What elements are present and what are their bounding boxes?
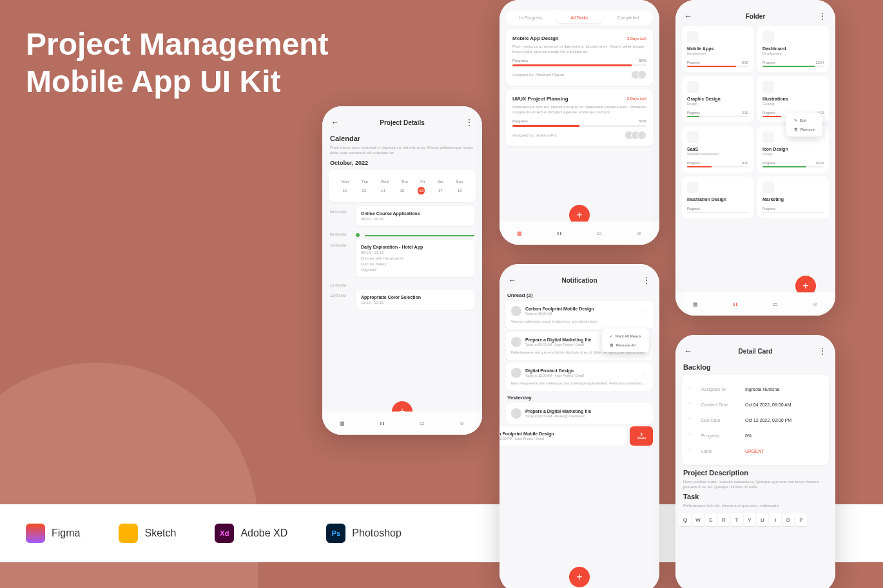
detail-row: ○Assigned ToIngredia Nutrisha: [688, 381, 822, 397]
progress-fill: [512, 64, 632, 66]
phone-notifications: ←Notification⋮ Unread (2) Carbon Footpri…: [500, 264, 659, 588]
folder-icon: [687, 81, 699, 93]
dates-row: 12131415161718: [335, 187, 469, 194]
notif-item[interactable]: Carbon Footprint Mobile DesignToday at 0…: [506, 301, 653, 329]
tab-all[interactable]: All Tasks: [556, 12, 602, 23]
detail-row: ○Due DateOct 12 2022, 02:00 PM: [688, 412, 822, 428]
more-icon[interactable]: ⋮: [819, 12, 826, 21]
app-sketch: Sketch: [119, 524, 176, 543]
key[interactable]: T: [731, 513, 742, 526]
keyboard: QWERTYUIOP: [675, 511, 835, 529]
active-date[interactable]: 16: [418, 187, 425, 194]
header: ← Project Details ⋮: [322, 113, 482, 132]
folder-card[interactable]: MarketingProgress: [757, 176, 829, 218]
figma-icon: [26, 524, 45, 543]
task-card[interactable]: UI/UX Project Planning2 Days Left Pellen…: [506, 90, 653, 146]
xd-icon: Xd: [215, 524, 234, 543]
more-icon[interactable]: ⋮: [819, 346, 826, 356]
key[interactable]: W: [692, 513, 704, 526]
desc-text: Nunc porttitor tortor, molestie consecte…: [683, 479, 828, 490]
folder-card[interactable]: Illustration DesignProgress: [682, 176, 753, 218]
folder-icon: [762, 31, 774, 43]
detail-row: ○Created TimeOct 04 2022, 08:00 AM: [688, 397, 822, 412]
nav-doc-icon[interactable]: ▭: [420, 421, 425, 426]
nav-stats-icon[interactable]: ⫾⫾: [733, 301, 738, 307]
key[interactable]: Q: [679, 513, 691, 526]
tab-completed[interactable]: Completed: [605, 12, 651, 23]
more-icon[interactable]: ⋮: [465, 118, 473, 127]
more-icon[interactable]: ⋮: [643, 370, 648, 376]
page-title: Detail Card: [739, 348, 773, 355]
bottom-nav: ▦⫾⫾▭☺: [500, 222, 659, 245]
notif-item[interactable]: Digital Product DesignToday at 12:00 AM …: [506, 363, 653, 391]
event-card[interactable]: Online Course Applications08:00 - 08:45: [356, 206, 474, 226]
week-card: MonTueWedThuFriSatSun 12131415161718: [329, 170, 476, 202]
nav-user-icon[interactable]: ☺: [637, 231, 642, 236]
back-icon[interactable]: ←: [509, 276, 516, 285]
folder-icon: [687, 131, 699, 143]
context-menu: ✎Edit 🗑Remove: [786, 113, 822, 137]
day-names: MonTueWedThuFriSatSun: [335, 178, 469, 185]
nav-grid-icon[interactable]: ▦: [340, 421, 345, 426]
yesterday-label: Yesterday: [507, 395, 652, 401]
menu-remove[interactable]: 🗑Remove: [789, 125, 820, 134]
back-icon[interactable]: ←: [684, 12, 692, 21]
desc-title: Project Description: [683, 469, 828, 477]
key[interactable]: E: [705, 513, 717, 526]
back-icon[interactable]: ←: [684, 346, 692, 356]
key[interactable]: P: [795, 513, 807, 526]
bottom-nav: ▦⫾⫾▭☺: [675, 292, 835, 316]
nav-user-icon[interactable]: ☺: [460, 421, 465, 426]
folder-card[interactable]: Mobile AppsDevelopmentProgress8/10: [682, 26, 753, 72]
key[interactable]: Y: [744, 513, 755, 526]
app-ps: PsPhotoshop: [326, 524, 402, 543]
task-card[interactable]: Mobile App Design3 Days Left Proin metus…: [506, 29, 653, 86]
event-card[interactable]: Appropriate Color Selection11:15 - 12:15: [356, 290, 474, 310]
menu-markall[interactable]: ✓Mark All Reads: [605, 331, 646, 341]
ps-icon: Ps: [326, 524, 345, 543]
nav-grid-icon[interactable]: ▦: [517, 231, 522, 236]
back-icon[interactable]: ←: [331, 118, 339, 127]
key[interactable]: U: [757, 513, 768, 526]
event-card[interactable]: Daily Exploration - Hotel App09:15 - 11:…: [356, 240, 474, 277]
avatar: [511, 408, 521, 419]
folder-icon: [762, 131, 774, 143]
key[interactable]: R: [718, 513, 730, 526]
menu-edit[interactable]: ✎Edit: [789, 115, 820, 125]
title-line1: Project Management: [26, 26, 328, 63]
folder-card[interactable]: DashboardDevelopmentProgress12/14: [757, 26, 829, 72]
nav-user-icon[interactable]: ☺: [813, 301, 818, 307]
sketch-icon: [119, 524, 138, 543]
key[interactable]: O: [782, 513, 794, 526]
more-icon[interactable]: ⋮: [643, 276, 650, 285]
more-icon[interactable]: ⋮: [643, 308, 648, 314]
phone-tasks: In Progress All Tasks Completed Mobile A…: [500, 0, 659, 245]
notif-swipe[interactable]: Carbon Footprint Mobile Design Today at …: [500, 426, 627, 446]
tab-progress[interactable]: In Progress: [508, 12, 554, 23]
avatar: [511, 306, 521, 316]
delete-button[interactable]: 🗑Delete: [630, 426, 653, 446]
notif-item[interactable]: Prepare a Digital Marketing fileToday at…: [506, 403, 653, 424]
phone-folders: ←Folder⋮ Mobile AppsDevelopmentProgress8…: [675, 0, 835, 316]
title-line2: Mobile App UI Kit: [26, 63, 328, 100]
pencil-icon: ✎: [794, 118, 797, 122]
task-title: Task: [683, 493, 828, 500]
nav-doc-icon[interactable]: ▭: [597, 231, 602, 236]
nav-stats-icon[interactable]: ⫾⫾: [380, 421, 385, 426]
folder-icon: [687, 182, 699, 193]
nav-doc-icon[interactable]: ▭: [773, 301, 778, 307]
avatars: [634, 70, 646, 79]
fab-add[interactable]: +: [569, 567, 590, 587]
folder-card[interactable]: Graphic DesignDesignProgress2/10: [682, 76, 753, 122]
tabs: In Progress All Tasks Completed: [506, 10, 653, 25]
app-xd: XdAdobe XD: [215, 524, 287, 543]
folder-card[interactable]: SaaSWebsite DevelopmentProgress8/20: [682, 126, 753, 173]
nav-grid-icon[interactable]: ▦: [693, 301, 698, 307]
nav-stats-icon[interactable]: ⫾⫾: [557, 231, 562, 236]
avatars: [627, 131, 646, 140]
app-figma: Figma: [26, 524, 80, 543]
key[interactable]: I: [770, 513, 781, 526]
now-dot: [356, 233, 360, 237]
menu-removeall[interactable]: 🗑Remove All: [605, 341, 646, 350]
page-title: Notification: [562, 277, 597, 284]
